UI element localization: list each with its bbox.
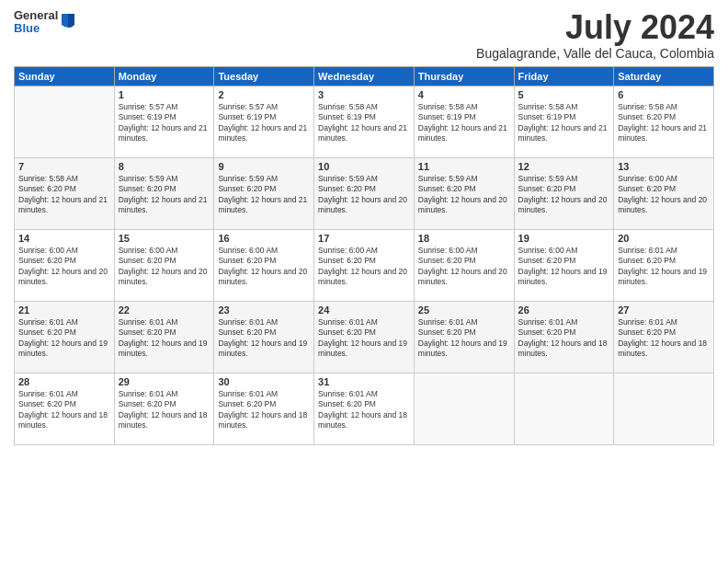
calendar-cell: 24Sunrise: 6:01 AM Sunset: 6:20 PM Dayli… <box>314 301 415 373</box>
day-info: Sunrise: 5:58 AM Sunset: 6:20 PM Dayligh… <box>618 102 710 144</box>
calendar-cell: 6Sunrise: 5:58 AM Sunset: 6:20 PM Daylig… <box>614 86 714 157</box>
day-info: Sunrise: 6:01 AM Sunset: 6:20 PM Dayligh… <box>119 317 210 360</box>
day-info: Sunrise: 5:58 AM Sunset: 6:19 PM Dayligh… <box>418 102 510 144</box>
calendar-week: 21Sunrise: 6:01 AM Sunset: 6:20 PM Dayli… <box>15 301 714 373</box>
calendar-cell: 23Sunrise: 6:01 AM Sunset: 6:20 PM Dayli… <box>214 301 314 373</box>
location: Bugalagrande, Valle del Cauca, Colombia <box>476 46 714 61</box>
day-number: 25 <box>418 304 510 316</box>
calendar-cell: 29Sunrise: 6:01 AM Sunset: 6:20 PM Dayli… <box>114 373 214 444</box>
calendar-table: SundayMondayTuesdayWednesdayThursdayFrid… <box>14 66 714 445</box>
calendar-week: 1Sunrise: 5:57 AM Sunset: 6:19 PM Daylig… <box>15 86 714 157</box>
day-header: Thursday <box>414 66 514 86</box>
day-number: 18 <box>418 233 510 244</box>
calendar-cell: 5Sunrise: 5:58 AM Sunset: 6:19 PM Daylig… <box>514 86 614 157</box>
calendar-cell: 2Sunrise: 5:57 AM Sunset: 6:19 PM Daylig… <box>214 86 314 157</box>
day-number: 15 <box>119 233 210 244</box>
day-number: 22 <box>119 304 210 316</box>
calendar-cell: 31Sunrise: 6:01 AM Sunset: 6:20 PM Dayli… <box>314 373 415 444</box>
calendar-cell: 10Sunrise: 5:59 AM Sunset: 6:20 PM Dayli… <box>314 157 415 229</box>
day-number: 11 <box>418 161 510 172</box>
day-header: Tuesday <box>214 66 314 86</box>
calendar-cell: 15Sunrise: 6:00 AM Sunset: 6:20 PM Dayli… <box>114 229 214 301</box>
calendar-cell: 8Sunrise: 5:59 AM Sunset: 6:20 PM Daylig… <box>114 157 214 229</box>
calendar-cell: 19Sunrise: 6:00 AM Sunset: 6:20 PM Dayli… <box>514 229 614 301</box>
calendar-cell: 12Sunrise: 5:59 AM Sunset: 6:20 PM Dayli… <box>514 157 614 229</box>
page: General Blue July 2024 Bugalagrande, Val… <box>0 0 728 563</box>
calendar-cell: 7Sunrise: 5:58 AM Sunset: 6:20 PM Daylig… <box>15 157 115 229</box>
calendar-cell <box>414 373 514 444</box>
day-number: 12 <box>518 161 610 172</box>
day-number: 7 <box>18 161 110 172</box>
calendar-week: 28Sunrise: 6:01 AM Sunset: 6:20 PM Dayli… <box>15 373 714 444</box>
calendar-cell: 1Sunrise: 5:57 AM Sunset: 6:19 PM Daylig… <box>114 86 214 157</box>
calendar-cell: 30Sunrise: 6:01 AM Sunset: 6:20 PM Dayli… <box>214 373 314 444</box>
calendar-week: 7Sunrise: 5:58 AM Sunset: 6:20 PM Daylig… <box>15 157 714 229</box>
day-info: Sunrise: 6:01 AM Sunset: 6:20 PM Dayligh… <box>218 389 310 431</box>
day-number: 3 <box>318 89 410 100</box>
day-info: Sunrise: 6:01 AM Sunset: 6:20 PM Dayligh… <box>418 317 510 360</box>
day-info: Sunrise: 5:58 AM Sunset: 6:19 PM Dayligh… <box>518 102 610 144</box>
day-number: 13 <box>618 161 710 172</box>
day-info: Sunrise: 5:59 AM Sunset: 6:20 PM Dayligh… <box>418 174 510 216</box>
day-info: Sunrise: 5:59 AM Sunset: 6:20 PM Dayligh… <box>518 174 610 216</box>
day-info: Sunrise: 5:58 AM Sunset: 6:19 PM Dayligh… <box>318 102 410 144</box>
calendar-cell: 26Sunrise: 6:01 AM Sunset: 6:20 PM Dayli… <box>514 301 614 373</box>
calendar-cell: 17Sunrise: 6:00 AM Sunset: 6:20 PM Dayli… <box>314 229 415 301</box>
calendar-cell: 3Sunrise: 5:58 AM Sunset: 6:19 PM Daylig… <box>314 86 415 157</box>
calendar-cell: 4Sunrise: 5:58 AM Sunset: 6:19 PM Daylig… <box>414 86 514 157</box>
month-year: July 2024 <box>476 9 714 46</box>
day-info: Sunrise: 5:59 AM Sunset: 6:20 PM Dayligh… <box>218 174 310 216</box>
title-block: July 2024 Bugalagrande, Valle del Cauca,… <box>476 9 714 61</box>
calendar-cell: 28Sunrise: 6:01 AM Sunset: 6:20 PM Dayli… <box>15 373 115 444</box>
day-info: Sunrise: 6:01 AM Sunset: 6:20 PM Dayligh… <box>18 389 110 431</box>
day-info: Sunrise: 6:01 AM Sunset: 6:20 PM Dayligh… <box>18 317 110 360</box>
day-info: Sunrise: 5:57 AM Sunset: 6:19 PM Dayligh… <box>218 102 310 144</box>
day-number: 29 <box>119 376 210 387</box>
day-header: Sunday <box>15 66 115 86</box>
day-number: 16 <box>218 233 310 244</box>
calendar-cell: 20Sunrise: 6:01 AM Sunset: 6:20 PM Dayli… <box>614 229 714 301</box>
calendar-cell: 22Sunrise: 6:01 AM Sunset: 6:20 PM Dayli… <box>114 301 214 373</box>
day-header: Monday <box>114 66 214 86</box>
day-info: Sunrise: 5:59 AM Sunset: 6:20 PM Dayligh… <box>318 174 410 216</box>
day-number: 31 <box>318 376 410 387</box>
day-number: 9 <box>218 161 310 172</box>
day-header: Saturday <box>614 66 714 86</box>
day-info: Sunrise: 6:01 AM Sunset: 6:20 PM Dayligh… <box>218 317 310 360</box>
day-info: Sunrise: 6:01 AM Sunset: 6:20 PM Dayligh… <box>318 389 410 431</box>
day-number: 10 <box>318 161 410 172</box>
calendar-cell: 21Sunrise: 6:01 AM Sunset: 6:20 PM Dayli… <box>15 301 115 373</box>
day-number: 17 <box>318 233 410 244</box>
day-info: Sunrise: 6:01 AM Sunset: 6:20 PM Dayligh… <box>318 317 410 360</box>
day-header: Friday <box>514 66 614 86</box>
calendar-cell: 18Sunrise: 6:00 AM Sunset: 6:20 PM Dayli… <box>414 229 514 301</box>
day-info: Sunrise: 6:00 AM Sunset: 6:20 PM Dayligh… <box>618 174 710 216</box>
day-info: Sunrise: 6:00 AM Sunset: 6:20 PM Dayligh… <box>218 246 310 288</box>
day-info: Sunrise: 6:01 AM Sunset: 6:20 PM Dayligh… <box>618 246 710 288</box>
header: General Blue July 2024 Bugalagrande, Val… <box>14 9 714 61</box>
logo-general: General <box>14 9 58 22</box>
day-info: Sunrise: 6:00 AM Sunset: 6:20 PM Dayligh… <box>518 246 610 288</box>
day-number: 21 <box>18 304 110 316</box>
calendar-cell: 9Sunrise: 5:59 AM Sunset: 6:20 PM Daylig… <box>214 157 314 229</box>
calendar-cell: 11Sunrise: 5:59 AM Sunset: 6:20 PM Dayli… <box>414 157 514 229</box>
day-number: 4 <box>418 89 510 100</box>
day-info: Sunrise: 6:00 AM Sunset: 6:20 PM Dayligh… <box>418 246 510 288</box>
day-number: 5 <box>518 89 610 100</box>
day-number: 26 <box>518 304 610 316</box>
day-info: Sunrise: 6:01 AM Sunset: 6:20 PM Dayligh… <box>618 317 710 360</box>
logo: General Blue <box>14 9 76 36</box>
day-number: 2 <box>218 89 310 100</box>
day-number: 1 <box>119 89 210 100</box>
day-info: Sunrise: 6:00 AM Sunset: 6:20 PM Dayligh… <box>119 246 210 288</box>
day-info: Sunrise: 6:01 AM Sunset: 6:20 PM Dayligh… <box>518 317 610 360</box>
day-number: 23 <box>218 304 310 316</box>
day-number: 20 <box>618 233 710 244</box>
calendar-cell: 13Sunrise: 6:00 AM Sunset: 6:20 PM Dayli… <box>614 157 714 229</box>
day-number: 24 <box>318 304 410 316</box>
calendar-cell <box>15 86 115 157</box>
header-row: SundayMondayTuesdayWednesdayThursdayFrid… <box>15 66 714 86</box>
day-number: 8 <box>119 161 210 172</box>
day-info: Sunrise: 5:57 AM Sunset: 6:19 PM Dayligh… <box>119 102 210 144</box>
calendar-cell: 27Sunrise: 6:01 AM Sunset: 6:20 PM Dayli… <box>614 301 714 373</box>
